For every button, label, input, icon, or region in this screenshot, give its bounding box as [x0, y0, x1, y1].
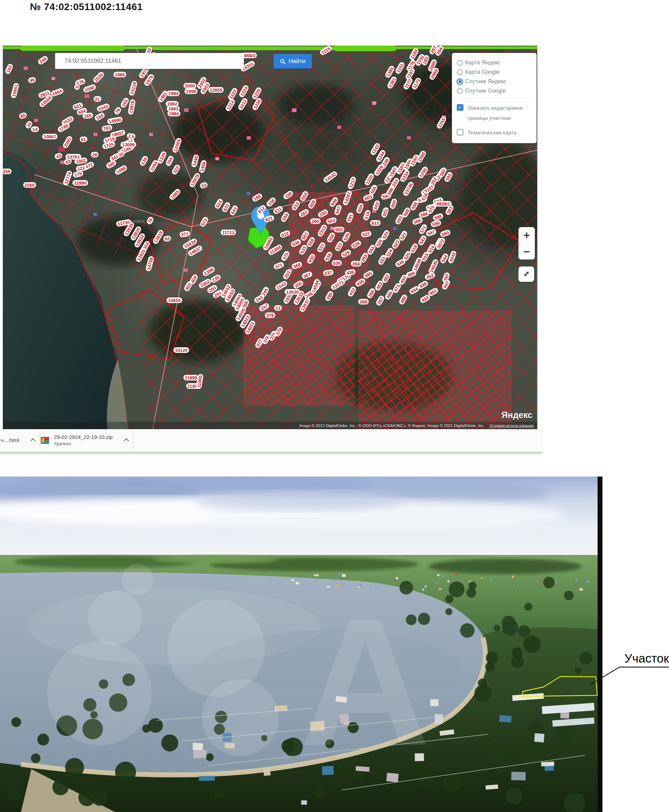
downloads-bar: ч....html29-02-2024_22-19-10.zipУдалено [0, 429, 542, 451]
radio-icon[interactable] [457, 69, 463, 75]
layer-option-0[interactable]: Карта Яндекс [457, 60, 533, 66]
parcel-label: 572 [199, 216, 209, 228]
parcel-label: 1217 [347, 176, 357, 190]
parcel-label: 605 [368, 184, 378, 196]
zoom-out-button[interactable]: − [518, 243, 535, 260]
parcel-label: 2313 [317, 224, 328, 238]
cadastral-map-viewport[interactable]: 2491029910851125005253521165761651642533… [3, 45, 537, 429]
parcel-label: 189 [282, 190, 294, 200]
layer-panel: Карта ЯндексКарта GoogleСпутник ЯндексСп… [452, 53, 536, 143]
parcel-label: 188 [251, 193, 263, 203]
parcel-label: 10851 [10, 82, 20, 99]
parcel-label: 13 [274, 305, 282, 311]
parcel-label: 612 [256, 204, 267, 215]
parcel-label: 555 [334, 227, 344, 232]
parcel-label: 614 [362, 210, 371, 221]
parcel-label: 591 [345, 212, 354, 224]
parcel-label: 560 [439, 229, 451, 238]
parcel-label: 402 [183, 281, 193, 293]
parcel-label: 261 [298, 208, 310, 218]
parcel-label: 604 [355, 202, 364, 214]
parcel-label: 14 [31, 126, 39, 132]
zoom-control: + − [518, 227, 535, 260]
parcel-label: 237 [323, 269, 334, 276]
map-attribution: Image © 2012 DigitalGlobe, Inc., © ООО И… [3, 422, 537, 429]
parcel-label: 537 [316, 242, 326, 253]
parcel-label: 13746 [402, 181, 415, 197]
map-toggle-0[interactable]: ✓Показать кадастровые границы участков [457, 103, 533, 123]
parcel-label: 611 [272, 205, 284, 215]
parcel-label: 139 [139, 155, 149, 167]
download-filename: 29-02-2024_22-19-10.zip [54, 434, 113, 440]
zoom-in-button[interactable]: + [518, 227, 535, 243]
parcel-label: 268 [358, 299, 369, 304]
parcel-label: 378 [265, 312, 275, 318]
fullscreen-button[interactable] [518, 267, 534, 282]
parcel-label: 14120 [173, 347, 189, 353]
download-filename: ч....html [1, 437, 19, 443]
parcel-label: 1255 [436, 116, 447, 129]
parcel-label: 609 [307, 198, 318, 210]
parcel-label: 2 [127, 133, 132, 139]
parcel-label: 240 [317, 209, 329, 219]
parcel-label: 599 [430, 220, 442, 228]
checkbox-icon[interactable] [457, 129, 464, 136]
parcel-label: 547 [425, 228, 437, 237]
parcel-label: 368 [291, 261, 303, 270]
panel-divider [457, 98, 533, 99]
parcel-label: 28 [91, 152, 99, 158]
parcel-label: 485 [362, 270, 374, 280]
parcel-label: 14049 [428, 258, 439, 275]
fullscreen-icon [523, 270, 530, 278]
parcel-label: 1985 [113, 72, 126, 77]
parcel-label: 503 [326, 217, 337, 225]
parcel-label: 1994 [167, 91, 180, 96]
search-input[interactable] [55, 53, 244, 69]
download-item-1[interactable]: 29-02-2024_22-19-10.zipУдалено [40, 429, 133, 451]
parcel-label: 531 [334, 240, 344, 252]
parcel-label: 607 [333, 205, 342, 216]
layer-option-label: Карта Яндекс [465, 60, 500, 66]
parcel-label: 2281 [62, 135, 73, 149]
layer-option-label: Карта Google [465, 69, 500, 75]
parcel-label: 1177 [402, 77, 414, 90]
attribution-link[interactable]: Условия использования [489, 424, 534, 428]
radio-selected-icon[interactable] [457, 79, 463, 85]
parcel-label: 1664 [50, 87, 64, 97]
layer-option-3[interactable]: Спутник Google [457, 88, 533, 94]
layer-option-2[interactable]: Спутник Яндекс [457, 78, 533, 85]
parcel-label: 1236 [252, 97, 263, 111]
parcel-label: 1043 [96, 103, 110, 113]
download-item-0[interactable]: ч....html [0, 429, 40, 451]
parcel-label: 601 [380, 206, 389, 218]
search-button[interactable]: Найти [274, 54, 312, 69]
yandex-logo: Яндекс [501, 410, 533, 420]
parcel-label: 524 [384, 247, 395, 259]
parcel-label: 76 [146, 216, 155, 225]
parcel-label: 14708 [145, 256, 155, 272]
radio-icon[interactable] [457, 88, 463, 94]
parcel-label: 539 [341, 231, 351, 243]
layer-option-1[interactable]: Карта Google [457, 69, 533, 75]
parcel-label: 11899 [183, 375, 198, 381]
parcel-label: 367 [301, 271, 313, 280]
parcel-label: 486 [398, 294, 408, 305]
chevron-up-icon[interactable] [30, 438, 36, 444]
parcel-label: 1065 [168, 188, 181, 201]
photo-border [598, 476, 602, 812]
winrar-icon [41, 436, 50, 444]
layer-option-label: Спутник Яндекс [465, 78, 507, 85]
parcel-label: 527 [361, 230, 372, 238]
map-toggle-1[interactable]: Тематическая карта [457, 128, 533, 138]
checkbox-checked-icon[interactable]: ✓ [457, 104, 464, 111]
parcel-label: 13819 [152, 229, 165, 245]
radio-icon[interactable] [457, 60, 463, 66]
parcel-label: 433 [347, 286, 357, 297]
attribution-text: Image © 2012 DigitalGlobe, Inc., © ООО И… [299, 424, 484, 428]
parcel-label: 1245 [417, 166, 429, 180]
layer-option-label: Спутник Google [465, 88, 506, 94]
parcel-label: 621 [264, 215, 275, 223]
separator-strip [0, 452, 542, 455]
chevron-up-icon[interactable] [124, 438, 129, 444]
parcel-label: 165 [119, 97, 129, 109]
